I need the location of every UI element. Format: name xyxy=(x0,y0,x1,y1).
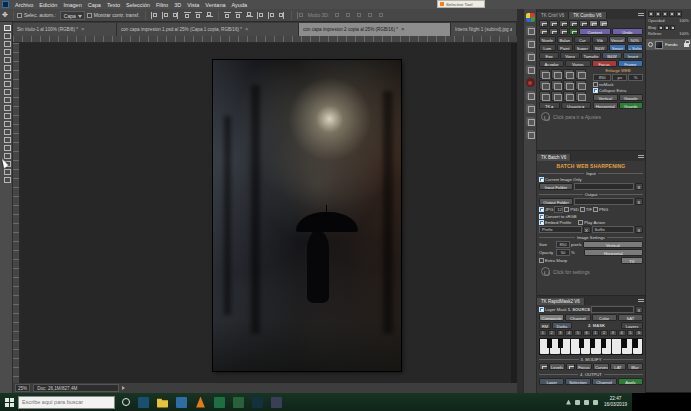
fill-value[interactable]: 100% xyxy=(679,32,689,36)
doc-tab-2[interactable]: con capa impresion 1.psd al 25% (Capa 1 … xyxy=(117,23,299,36)
taskbar-clock[interactable]: 22:47 16/03/2019 xyxy=(604,396,627,407)
color-button[interactable]: Color xyxy=(592,314,617,321)
dodge-tool[interactable] xyxy=(2,128,11,134)
excel-icon[interactable] xyxy=(214,397,225,408)
gradient-tool[interactable] xyxy=(2,112,11,118)
piano-black-key[interactable] xyxy=(590,339,595,348)
visibility-eye-icon[interactable] xyxy=(648,42,653,47)
modify-contrast-button[interactable] xyxy=(566,363,575,370)
exp-button[interactable]: Exp xyxy=(539,52,559,59)
heal-tool[interactable] xyxy=(2,72,11,78)
info-panel-icon[interactable] xyxy=(526,52,535,61)
auto-select-checkbox[interactable] xyxy=(17,13,22,18)
menu-3d[interactable]: 3D xyxy=(171,2,184,8)
focus-modify-button[interactable]: Focus xyxy=(576,363,592,370)
output-folder-field[interactable] xyxy=(574,198,634,205)
type-tool[interactable] xyxy=(2,144,11,150)
lasso-tool[interactable] xyxy=(2,40,11,46)
mask-view-button[interactable] xyxy=(569,20,578,27)
quick-select-tool[interactable] xyxy=(2,48,11,54)
tab-tk-combo[interactable]: TK Combo V6 xyxy=(569,12,606,19)
action-thumb-button[interactable] xyxy=(563,91,574,101)
opacity-value[interactable]: 100% xyxy=(679,19,689,23)
histogram-panel-icon[interactable] xyxy=(526,65,535,74)
3d-scale-icon[interactable] xyxy=(376,11,385,20)
zoom-100-button[interactable] xyxy=(589,20,598,27)
super-button[interactable]: Super xyxy=(574,44,591,51)
action-thumb-button[interactable] xyxy=(575,91,586,101)
reset-button[interactable] xyxy=(579,20,588,27)
show-transform-checkbox[interactable] xyxy=(87,13,92,18)
move-tool[interactable] xyxy=(2,24,11,30)
menu-ayuda[interactable]: Ayuda xyxy=(229,2,251,8)
zoom-tool[interactable] xyxy=(2,176,11,182)
tk-batch-hint[interactable]: Click for settings xyxy=(541,267,641,276)
google-button[interactable]: Google xyxy=(619,94,644,101)
input-folder-field[interactable] xyxy=(574,183,634,190)
rm-button[interactable]: RM xyxy=(539,322,551,329)
filter-kind-icon[interactable] xyxy=(648,11,654,17)
vertical-button[interactable]: Vertical xyxy=(593,94,618,101)
close-icon[interactable]: × xyxy=(245,23,249,36)
tif-checkbox[interactable] xyxy=(580,207,585,212)
panel-menu-icon[interactable] xyxy=(637,11,645,19)
open-folder-button[interactable] xyxy=(539,20,548,27)
invert-button[interactable]: Invert xyxy=(623,52,643,59)
collapse-extra-checkbox[interactable] xyxy=(593,88,598,93)
enlarge-unit-field[interactable]: px xyxy=(612,74,627,81)
layers-button[interactable]: Layers xyxy=(621,322,643,329)
zoom-level-field[interactable]: 25% xyxy=(15,384,30,392)
extra-sharp-checkbox[interactable] xyxy=(539,258,544,263)
lat-button[interactable]: LAT xyxy=(610,363,626,370)
align-top-icon[interactable] xyxy=(183,11,192,20)
styles-panel-icon[interactable] xyxy=(526,39,535,48)
history-panel-icon[interactable] xyxy=(526,91,535,100)
menu-ventana[interactable]: Ventana xyxy=(202,2,228,8)
acoplar-button[interactable]: Acoplar xyxy=(539,60,564,67)
composite-button[interactable]: Composite xyxy=(539,314,564,321)
layer-thumbnail[interactable] xyxy=(655,41,663,49)
curvas-button[interactable]: Cur xyxy=(574,36,591,43)
zone-6-button[interactable]: 6 xyxy=(583,330,591,336)
close-icon[interactable]: × xyxy=(81,23,85,36)
channel-button[interactable]: Channel xyxy=(565,314,590,321)
cortana-icon[interactable] xyxy=(122,398,130,406)
align-center-h-icon[interactable] xyxy=(161,11,170,20)
psd-checkbox[interactable] xyxy=(564,207,569,212)
darks-button[interactable]: Darks xyxy=(552,322,572,329)
color-panel-icon[interactable] xyxy=(526,13,535,22)
blur-tool[interactable] xyxy=(2,120,11,126)
action-thumb-button[interactable] xyxy=(563,80,574,90)
play-action-checkbox[interactable] xyxy=(578,220,583,225)
piano-black-key[interactable] xyxy=(601,339,606,348)
distribute-bottom-icon[interactable] xyxy=(245,11,254,20)
source-slider[interactable] xyxy=(591,306,634,313)
piano-black-key[interactable] xyxy=(633,339,638,348)
grid-view-button[interactable] xyxy=(559,20,568,27)
modify-invert-button[interactable] xyxy=(539,363,548,370)
output-layer-button[interactable]: Layer xyxy=(539,378,564,385)
vessel-button[interactable]: Vessel xyxy=(609,36,626,43)
nomask-checkbox[interactable] xyxy=(593,82,598,87)
piano-black-key[interactable] xyxy=(579,339,584,348)
bw-invert-button[interactable]: B&W xyxy=(602,52,622,59)
png-checkbox[interactable] xyxy=(593,207,598,212)
tray-chevron-icon[interactable] xyxy=(566,400,571,405)
adjustments-panel-icon[interactable] xyxy=(526,26,535,35)
zone-1b-button[interactable]: 1 xyxy=(592,330,600,336)
levels-button[interactable]: Levels xyxy=(549,363,565,370)
menu-vista[interactable]: Vista xyxy=(184,2,202,8)
brush-tool[interactable] xyxy=(2,80,11,86)
tab-tk-batch[interactable]: TK Batch V6 xyxy=(537,154,571,161)
frame-button[interactable]: Frame xyxy=(618,60,643,67)
suffix-clear-button[interactable]: X xyxy=(635,226,643,233)
opacity-field[interactable]: 50 xyxy=(556,249,570,256)
eyedropper-tool[interactable] xyxy=(2,64,11,70)
distribute-center-icon[interactable] xyxy=(267,11,276,20)
save-folder-button[interactable] xyxy=(549,20,558,27)
enlarge-size-field[interactable]: 850 xyxy=(593,74,611,81)
menu-archivo[interactable]: Archivo xyxy=(12,2,36,8)
panel-menu-icon[interactable] xyxy=(637,297,645,305)
add-select-button[interactable]: + Select xyxy=(627,44,644,51)
doc-tab-3-active[interactable]: con capa impresion 2 copia al 25% (RGB/1… xyxy=(299,23,451,36)
